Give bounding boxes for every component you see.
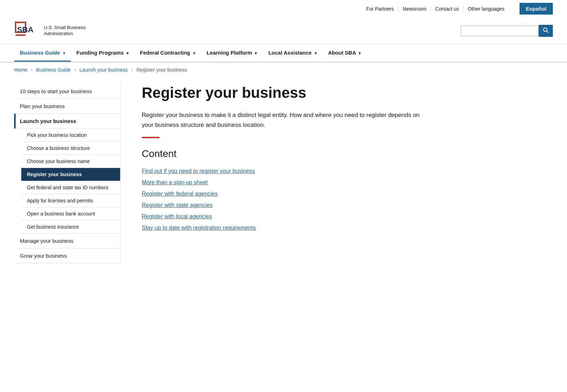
content-link-stay-up-to-date[interactable]: Stay up to date with registration requir… [142,225,447,231]
sidebar-item-choose-structure[interactable]: Choose a business structure [21,142,120,155]
chevron-down-icon: ▾ [127,51,129,55]
content-link-find-out[interactable]: Find out if you need to register your bu… [142,168,447,174]
search-input[interactable] [461,26,539,36]
breadcrumb: Home › Business Guide › Launch your busi… [0,63,567,77]
page-description: Register your business to make it a dist… [142,110,425,129]
nav-item-funding-programs[interactable]: Funding Programs ▾ [71,45,135,62]
breadcrumb-launch-business[interactable]: Launch your business [79,67,128,73]
content-link-local-agencies[interactable]: Register with local agencies [142,213,447,220]
newsroom-link[interactable]: Newsroom [398,6,431,12]
logo-area[interactable]: SBA U.S. Small Business Administration [14,21,86,41]
sidebar: 10 steps to start your business Plan you… [14,84,120,263]
breadcrumb-home[interactable]: Home [14,67,27,73]
sidebar-item-grow-business[interactable]: Grow your business [14,248,120,263]
breadcrumb-business-guide[interactable]: Business Guide [36,67,71,73]
content-link-federal-agencies[interactable]: Register with federal agencies [142,191,447,197]
search-area [461,25,553,37]
sidebar-item-choose-name[interactable]: Choose your business name [21,155,120,168]
espanol-button[interactable]: Español [520,3,553,15]
breadcrumb-separator: › [74,67,76,73]
sidebar-item-bank-account[interactable]: Open a business bank account [21,207,120,220]
svg-text:SBA: SBA [17,25,34,34]
chevron-down-icon: ▾ [193,51,195,55]
nav-item-learning-platform[interactable]: Learning Platform ▾ [201,45,263,62]
sidebar-sub-launch: Pick your business location Choose a bus… [14,129,120,234]
nav-item-local-assistance[interactable]: Local Assistance ▾ [263,45,322,62]
sidebar-item-tax-id[interactable]: Get federal and state tax ID numbers [21,181,120,194]
logo-text: U.S. Small Business Administration [44,25,86,37]
content-links: Find out if you need to register your bu… [142,168,447,231]
svg-line-5 [547,31,549,33]
breadcrumb-separator: › [31,67,33,73]
search-icon [543,27,549,33]
content-link-state-agencies[interactable]: Register with state agencies [142,202,447,208]
top-nav-links: For Partners Newsroom Contact us Other l… [362,6,509,12]
content-heading: Content [142,148,447,159]
sidebar-item-launch-business[interactable]: Launch your business [14,114,120,129]
breadcrumb-separator: › [131,67,133,73]
sidebar-item-plan-business[interactable]: Plan your business [14,99,120,114]
contact-us-link[interactable]: Contact us [431,6,464,12]
chevron-down-icon: ▾ [255,51,257,55]
other-languages-link[interactable]: Other languages [464,6,509,12]
header-top: SBA U.S. Small Business Administration [14,17,553,44]
sba-logo: SBA [14,21,40,41]
chevron-down-icon: ▾ [315,51,317,55]
red-divider [142,137,159,138]
sidebar-item-pick-location[interactable]: Pick your business location [21,129,120,142]
sidebar-item-10-steps[interactable]: 10 steps to start your business [14,84,120,99]
search-button[interactable] [539,25,553,37]
sidebar-item-register-business[interactable]: Register your business [21,168,120,181]
chevron-down-icon: ▾ [63,51,65,55]
svg-rect-3 [16,34,26,36]
site-header: SBA U.S. Small Business Administration [0,17,567,44]
top-utility-bar: For Partners Newsroom Contact us Other l… [0,0,567,17]
breadcrumb-current: Register your business [136,67,187,73]
sidebar-item-manage-business[interactable]: Manage your business [14,234,120,248]
for-partners-link[interactable]: For Partners [362,6,398,12]
content-link-sign-up-sheet[interactable]: More than a sign-up sheet [142,179,447,186]
nav-item-about-sba[interactable]: About SBA ▾ [322,45,367,62]
sidebar-item-business-insurance[interactable]: Get business insurance [21,220,120,234]
main-content: Register your business Register your bus… [135,84,447,263]
page-title: Register your business [142,84,447,102]
nav-item-federal-contracting[interactable]: Federal Contracting ▾ [134,45,201,62]
chevron-down-icon: ▾ [359,51,361,55]
page-content: 10 steps to start your business Plan you… [0,77,461,270]
nav-item-business-guide[interactable]: Business Guide ▾ [14,45,71,62]
sidebar-item-licenses-permits[interactable]: Apply for licenses and permits [21,194,120,207]
main-navigation: Business Guide ▾ Funding Programs ▾ Fede… [0,44,567,63]
svg-point-4 [544,28,547,32]
